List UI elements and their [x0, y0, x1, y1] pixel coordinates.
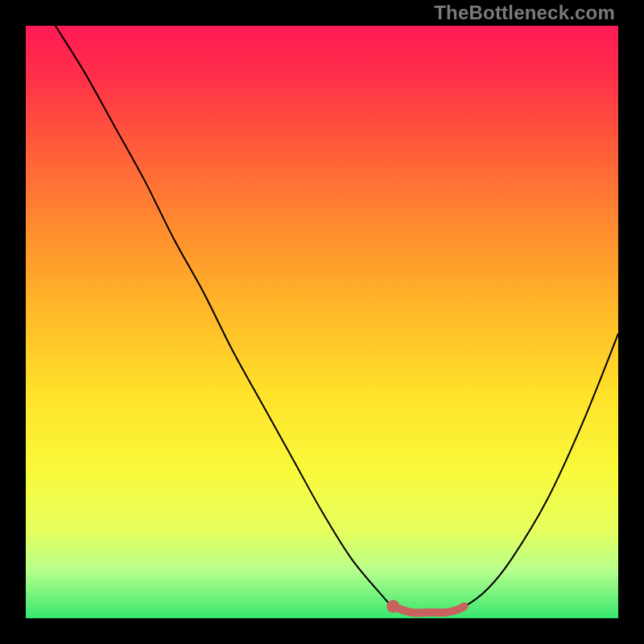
marker-dot [386, 600, 399, 613]
bottleneck-curve [56, 26, 618, 613]
plot-area [26, 26, 618, 618]
chart-container: TheBottleneck.com [0, 0, 644, 644]
optimal-range-highlight [393, 606, 464, 613]
curve-svg [26, 26, 618, 618]
attribution-text: TheBottleneck.com [434, 2, 615, 24]
